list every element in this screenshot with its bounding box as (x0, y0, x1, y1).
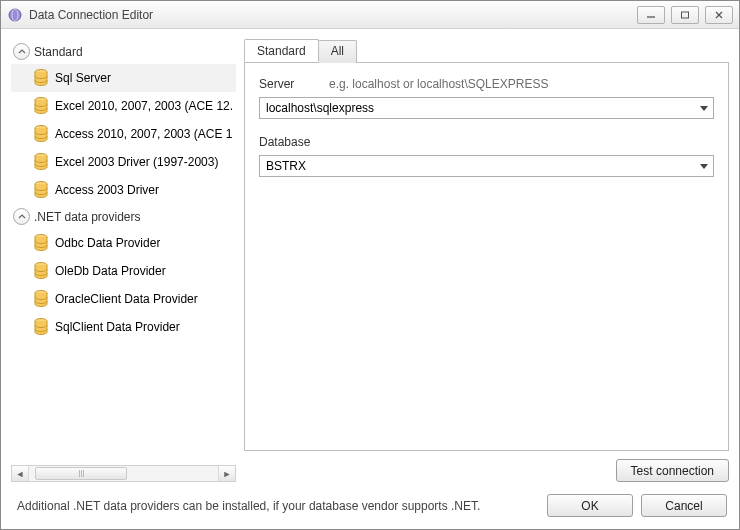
test-connection-button[interactable]: Test connection (616, 459, 729, 482)
tree-item-label: OleDb Data Provider (55, 264, 166, 278)
svg-rect-3 (682, 12, 689, 18)
tree-h-scrollbar[interactable]: ◄ ► (11, 465, 236, 482)
close-button[interactable] (705, 6, 733, 24)
ok-button[interactable]: OK (547, 494, 633, 517)
tree-item-excel-2003[interactable]: Excel 2003 Driver (1997-2003) (11, 148, 236, 176)
server-label-row: Server e.g. localhost or localhost\SQLEX… (259, 77, 714, 91)
tree-item-label: Sql Server (55, 71, 111, 85)
group-header-net-providers[interactable]: .NET data providers (11, 204, 236, 229)
close-icon (714, 11, 724, 19)
tree-item-sql-server[interactable]: Sql Server (11, 64, 236, 92)
database-icon (33, 125, 49, 143)
tree-item-oracleclient[interactable]: OracleClient Data Provider (11, 285, 236, 313)
button-label: Test connection (631, 464, 714, 478)
maximize-button[interactable] (671, 6, 699, 24)
tree-item-label: Excel 2010, 2007, 2003 (ACE 12.0 Driver) (55, 99, 232, 113)
tab-label: All (331, 44, 344, 58)
window-title: Data Connection Editor (29, 8, 637, 22)
dialog-window: Data Connection Editor (0, 0, 740, 530)
group-header-standard[interactable]: Standard (11, 39, 236, 64)
button-label: Cancel (665, 499, 702, 513)
database-label: Database (259, 135, 319, 149)
database-icon (33, 97, 49, 115)
body-row: Standard Sql Server Excel 2010, 2007, 20… (11, 39, 729, 482)
title-bar: Data Connection Editor (1, 1, 739, 29)
collapse-icon[interactable] (13, 208, 30, 225)
database-icon (33, 153, 49, 171)
collapse-icon[interactable] (13, 43, 30, 60)
server-input[interactable] (260, 98, 695, 118)
tree-item-label: Access 2003 Driver (55, 183, 159, 197)
server-label: Server (259, 77, 319, 91)
database-icon (33, 262, 49, 280)
window-buttons (637, 6, 733, 24)
scroll-thumb-grip-icon (79, 470, 84, 477)
connection-form-pane: Standard All Server e.g. localhost or lo… (244, 39, 729, 482)
database-input[interactable] (260, 156, 695, 176)
tree-item-sqlclient[interactable]: SqlClient Data Provider (11, 313, 236, 341)
maximize-icon (680, 11, 690, 19)
form-tabs: Standard All (244, 39, 729, 63)
database-icon (33, 69, 49, 87)
tab-all[interactable]: All (318, 40, 357, 63)
tab-standard[interactable]: Standard (244, 39, 319, 62)
tree-item-label: SqlClient Data Provider (55, 320, 180, 334)
footer-text: Additional .NET data providers can be in… (13, 499, 537, 513)
svg-marker-16 (700, 164, 708, 169)
tree-item-label: Excel 2003 Driver (1997-2003) (55, 155, 218, 169)
tree-item-excel-ace[interactable]: Excel 2010, 2007, 2003 (ACE 12.0 Driver) (11, 92, 236, 120)
database-icon (33, 181, 49, 199)
scroll-left-arrow-icon[interactable]: ◄ (12, 466, 29, 481)
scroll-thumb[interactable] (35, 467, 127, 480)
scroll-track[interactable] (29, 466, 218, 481)
group-label: Standard (34, 45, 83, 59)
button-label: OK (581, 499, 598, 513)
database-combo[interactable] (259, 155, 714, 177)
svg-point-0 (9, 9, 21, 21)
provider-tree-pane: Standard Sql Server Excel 2010, 2007, 20… (11, 39, 236, 482)
cancel-button[interactable]: Cancel (641, 494, 727, 517)
server-hint: e.g. localhost or localhost\SQLEXPRESS (329, 77, 548, 91)
tab-panel-standard: Server e.g. localhost or localhost\SQLEX… (244, 63, 729, 451)
group-label: .NET data providers (34, 210, 141, 224)
tree-item-label: OracleClient Data Provider (55, 292, 198, 306)
server-dropdown-arrow[interactable] (695, 98, 713, 118)
database-icon (33, 290, 49, 308)
dialog-footer: Additional .NET data providers can be in… (11, 490, 729, 519)
scroll-right-arrow-icon[interactable]: ► (218, 466, 235, 481)
app-icon (7, 7, 23, 23)
tab-label: Standard (257, 44, 306, 58)
tree-item-label: Odbc Data Provider (55, 236, 160, 250)
tree-item-access-2003[interactable]: Access 2003 Driver (11, 176, 236, 204)
tree-item-oledb[interactable]: OleDb Data Provider (11, 257, 236, 285)
tree-item-access-ace[interactable]: Access 2010, 2007, 2003 (ACE 12.0 Driver… (11, 120, 236, 148)
database-icon (33, 318, 49, 336)
database-dropdown-arrow[interactable] (695, 156, 713, 176)
server-combo[interactable] (259, 97, 714, 119)
minimize-button[interactable] (637, 6, 665, 24)
svg-marker-15 (700, 106, 708, 111)
database-label-row: Database (259, 135, 714, 149)
chevron-down-icon (700, 164, 708, 169)
chevron-down-icon (700, 106, 708, 111)
minimize-icon (646, 11, 656, 19)
test-connection-row: Test connection (244, 459, 729, 482)
provider-tree[interactable]: Standard Sql Server Excel 2010, 2007, 20… (11, 39, 236, 461)
footer-buttons: OK Cancel (547, 494, 727, 517)
tree-item-odbc[interactable]: Odbc Data Provider (11, 229, 236, 257)
tree-item-label: Access 2010, 2007, 2003 (ACE 12.0 Driver… (55, 127, 232, 141)
database-icon (33, 234, 49, 252)
client-area: Standard Sql Server Excel 2010, 2007, 20… (1, 29, 739, 529)
